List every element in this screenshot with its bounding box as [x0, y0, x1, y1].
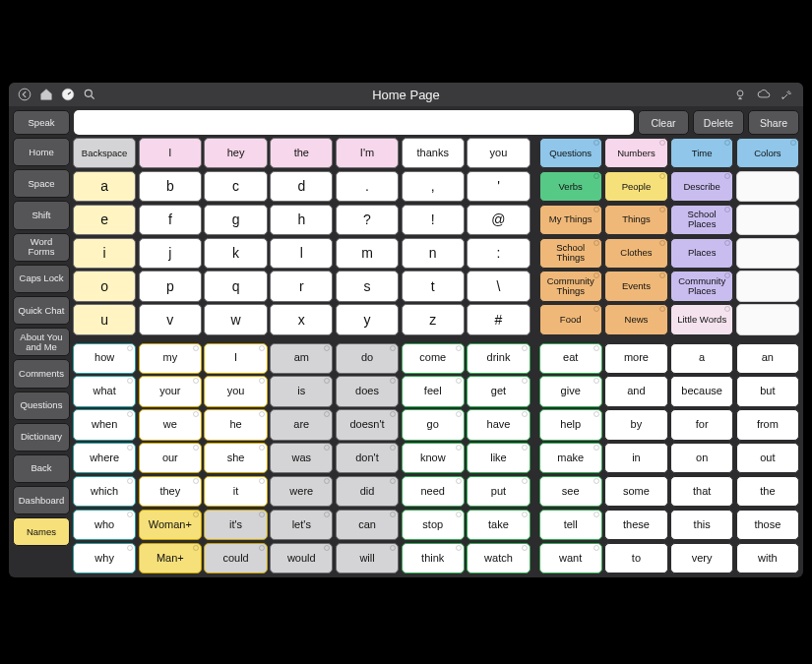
keyboard-key[interactable]: v [139, 304, 202, 334]
word-cell[interactable]: get [467, 376, 530, 406]
word-cell[interactable]: could [204, 543, 267, 573]
category-cell[interactable]: Questions [539, 138, 602, 168]
sidebar-item[interactable]: About You and Me [13, 328, 70, 356]
word-cell[interactable]: those [736, 510, 799, 540]
sidebar-item[interactable]: Word Forms [13, 233, 70, 262]
keyboard-key[interactable]: n [402, 238, 465, 269]
word-cell[interactable]: is [270, 376, 333, 406]
word-cell[interactable]: a [670, 343, 733, 374]
category-cell[interactable]: News [604, 304, 667, 334]
keyboard-key[interactable]: @ [467, 205, 530, 235]
word-cell[interactable]: the [736, 476, 799, 507]
word-cell[interactable]: our [139, 443, 202, 473]
keyboard-key[interactable]: h [270, 205, 333, 235]
word-cell[interactable]: will [336, 543, 399, 573]
sidebar-item[interactable]: Quick Chat [13, 296, 70, 325]
keyboard-key[interactable]: l [270, 238, 333, 269]
sidebar-item[interactable]: Dashboard [13, 486, 70, 514]
word-cell[interactable]: and [604, 376, 667, 406]
keyboard-key[interactable]: m [336, 238, 399, 269]
word-cell[interactable]: I [204, 343, 267, 374]
word-cell[interactable]: are [270, 409, 333, 440]
word-cell[interactable]: know [402, 443, 465, 473]
category-cell[interactable]: Things [604, 205, 667, 235]
sidebar-item[interactable]: Shift [13, 201, 70, 229]
word-cell[interactable]: put [467, 476, 530, 507]
sidebar-item[interactable]: Questions [13, 392, 70, 420]
word-cell[interactable]: like [467, 443, 530, 473]
word-cell[interactable]: take [467, 510, 530, 540]
keyboard-key[interactable]: t [402, 271, 465, 301]
prediction-cell[interactable]: hey [204, 138, 267, 168]
keyboard-key[interactable]: o [73, 271, 136, 301]
word-cell[interactable]: that [670, 476, 733, 507]
word-cell[interactable]: we [139, 409, 202, 440]
keyboard-key[interactable]: , [402, 171, 465, 202]
word-cell[interactable]: do [336, 343, 399, 374]
word-cell[interactable]: with [736, 543, 799, 573]
empty-cell[interactable] [736, 238, 799, 269]
keyboard-key[interactable]: g [204, 205, 267, 235]
word-cell[interactable]: they [139, 476, 202, 507]
share-button[interactable]: Share [748, 110, 799, 135]
keyboard-key[interactable]: y [336, 304, 399, 334]
empty-cell[interactable] [736, 271, 799, 301]
category-cell[interactable]: Places [670, 238, 733, 269]
category-cell[interactable]: Describe [670, 171, 733, 202]
word-cell[interactable]: does [336, 376, 399, 406]
keyboard-key[interactable]: ' [467, 171, 530, 202]
sidebar-item[interactable]: Comments [13, 359, 70, 388]
word-cell[interactable]: which [73, 476, 136, 507]
word-cell[interactable]: Man+ [139, 543, 202, 573]
category-cell[interactable]: Time [670, 138, 733, 168]
word-cell[interactable]: to [604, 543, 667, 573]
cloud-icon[interactable] [756, 87, 772, 102]
word-cell[interactable]: stop [402, 510, 465, 540]
category-cell[interactable]: Colors [736, 138, 799, 168]
word-cell[interactable]: feel [402, 376, 465, 406]
word-cell[interactable]: am [270, 343, 333, 374]
speak-button[interactable]: Speak [13, 110, 70, 135]
word-cell[interactable]: eat [539, 343, 602, 374]
keyboard-key[interactable]: q [204, 271, 267, 301]
word-cell[interactable]: he [204, 409, 267, 440]
word-cell[interactable]: more [604, 343, 667, 374]
word-cell[interactable]: in [604, 443, 667, 473]
prediction-cell[interactable]: you [467, 138, 530, 168]
word-cell[interactable]: tell [539, 510, 602, 540]
word-cell[interactable]: were [270, 476, 333, 507]
keyboard-key[interactable]: k [204, 238, 267, 269]
category-cell[interactable]: Events [604, 271, 667, 301]
keyboard-key[interactable]: c [204, 171, 267, 202]
keyboard-key[interactable]: a [73, 171, 136, 202]
word-cell[interactable]: watch [467, 543, 530, 573]
keyboard-key[interactable]: . [336, 171, 399, 202]
tools-icon[interactable] [780, 87, 795, 102]
keyboard-key[interactable]: r [270, 271, 333, 301]
word-cell[interactable]: some [604, 476, 667, 507]
word-cell[interactable]: doesn't [336, 409, 399, 440]
word-cell[interactable]: my [139, 343, 202, 374]
word-cell[interactable]: it [204, 476, 267, 507]
search-icon[interactable] [82, 87, 97, 102]
word-cell[interactable]: very [670, 543, 733, 573]
backspace-button[interactable]: Backspace [73, 138, 136, 168]
category-cell[interactable]: Clothes [604, 238, 667, 269]
word-cell[interactable]: make [539, 443, 602, 473]
word-cell[interactable]: it's [204, 510, 267, 540]
category-cell[interactable]: Community Places [670, 271, 733, 301]
word-cell[interactable]: let's [270, 510, 333, 540]
sidebar-item[interactable]: Space [13, 169, 70, 198]
category-cell[interactable]: Community Things [539, 271, 602, 301]
word-cell[interactable]: help [539, 409, 602, 440]
keyboard-key[interactable]: i [73, 238, 136, 269]
word-cell[interactable]: out [736, 443, 799, 473]
empty-cell[interactable] [736, 304, 799, 334]
dashboard-icon[interactable] [60, 87, 76, 102]
word-cell[interactable]: from [736, 409, 799, 440]
message-bar[interactable] [74, 110, 634, 135]
keyboard-key[interactable]: p [139, 271, 202, 301]
category-cell[interactable]: People [604, 171, 667, 202]
word-cell[interactable]: need [402, 476, 465, 507]
word-cell[interactable]: Woman+ [139, 510, 202, 540]
